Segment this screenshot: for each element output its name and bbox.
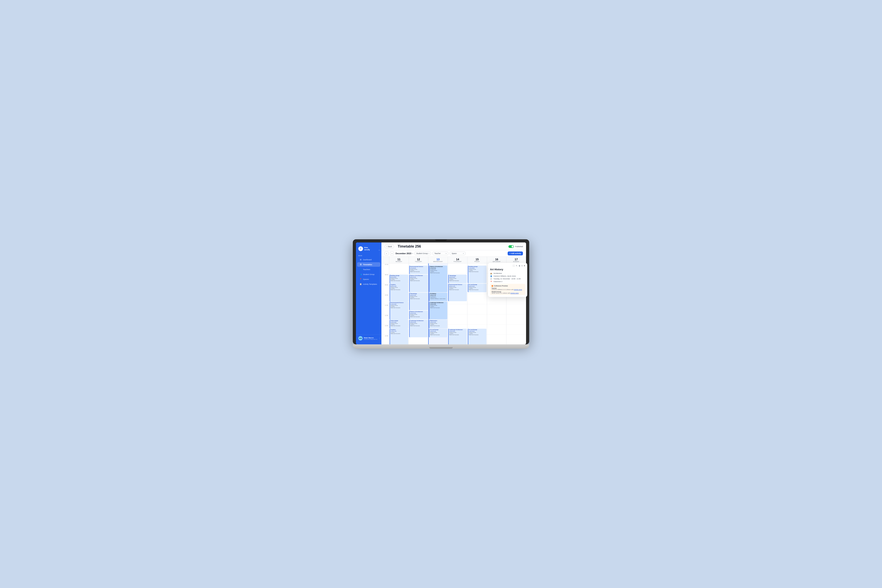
- date-selector[interactable]: December 2023 ▾: [396, 252, 413, 255]
- time-slot-700: 07:00: [381, 263, 389, 274]
- event-env-science-thu[interactable]: Environmental Science 09:00-11:00 Studen…: [448, 284, 467, 301]
- day-header-mon: 11 MONDAY: [389, 257, 409, 263]
- sidebar-item-student-group[interactable]: 👥 Student Group: [357, 272, 380, 276]
- day-header-thu: 14 THURSDAY: [448, 257, 468, 263]
- logo-icon: T: [358, 246, 363, 251]
- popup-edit-icon[interactable]: ✎: [516, 265, 518, 267]
- popup-toolbar: ⛶ ✎ 🗑 ⎘ ✕: [490, 265, 525, 267]
- user-info: Wade Warren wadewarren0@gmail.com: [364, 337, 377, 340]
- toolbar: ‹ › December 2023 ▾ Student Group ▾ Teac…: [381, 250, 526, 257]
- collision-group-link[interactable]: Activity name: [511, 292, 519, 294]
- time-column: 07:00 08:00 09:00 10:00 11:00 12:00 13:0…: [381, 263, 389, 344]
- back-button[interactable]: ‹ Back: [384, 245, 394, 248]
- day-header-sat: 16 SATURDAY: [487, 257, 507, 263]
- event-env-science-mon[interactable]: Environmental Science 11:00-13:00 Studen…: [390, 302, 408, 320]
- popup-location-field: 📍 Classroom 2: [490, 280, 525, 283]
- student-group-filter[interactable]: Student Group ▾: [414, 252, 431, 255]
- sidebar: T time.versify ← MAIN ⊞ Dashboard ☰ Time…: [356, 243, 381, 344]
- day-number-11: 11: [390, 258, 408, 261]
- event-building-design-mon[interactable]: Building design 08:00-09:00 Student Grou…: [390, 274, 408, 284]
- collision-teacher-link[interactable]: Activity name: [514, 289, 522, 290]
- popup-datetime: Tuesday, 12. December · 10:00 - 11:00: [494, 278, 520, 280]
- day-name-fri: FRIDAY: [468, 261, 486, 262]
- event-env-science-tue[interactable]: Environmental Science 07:00-08:00 Studen…: [409, 266, 428, 274]
- dashboard-icon: ⊞: [360, 258, 362, 261]
- collisions-header: 1 Collisions Preview: [492, 285, 524, 287]
- teacher-filter[interactable]: Teacher ▾: [433, 252, 448, 255]
- event-detail-popup: ⛶ ✎ 🗑 ⎘ ✕ Art History 🏫 Architecture: [488, 263, 526, 297]
- sidebar-item-timetables[interactable]: ☰ Timetables: [357, 262, 380, 267]
- event-urban-design-mon[interactable]: Urban design 13:00-15:00 Student GroupLo…: [390, 320, 408, 329]
- event-mathematics-wed[interactable]: Mathematics 13:00-14:00 Student GroupLoc…: [429, 320, 447, 328]
- sidebar-item-teachers-label: Teachers: [363, 268, 370, 270]
- student-group-filter-label: Student Group: [416, 252, 428, 254]
- event-climatology-thu[interactable]: Climatology 08:00-09:00 Student GroupLoc…: [448, 274, 467, 283]
- day-name-wed: WEDNESDAY: [429, 261, 447, 262]
- event-landscape-arch-tue[interactable]: Landscape Architecture 13:00-15:00 Stude…: [409, 320, 428, 338]
- title-row: ‹ Back Timetable 256: [384, 244, 421, 249]
- popup-copy-icon[interactable]: ⎘: [522, 265, 522, 267]
- day-column-thursday: Climatology 08:00-09:00 Student GroupLoc…: [448, 263, 468, 344]
- event-history-arch-tue[interactable]: History of Architecture 08:00-10:00 Stud…: [409, 274, 428, 292]
- sidebar-item-activity-templates-label: Activity Templates: [363, 283, 377, 285]
- event-building-design-fri[interactable]: Building design 07:00-09:00 Student Grou…: [468, 266, 486, 283]
- laptop-body: T time.versify ← MAIN ⊞ Dashboard ☰ Time…: [353, 239, 529, 344]
- logo-text: time.versify: [364, 247, 370, 251]
- sidebar-item-spaces[interactable]: 📍 Spaces: [357, 277, 380, 282]
- day-number-13: 13: [429, 258, 447, 261]
- popup-close-icon[interactable]: ✕: [524, 265, 525, 267]
- time-slot-800: 08:00: [381, 274, 389, 284]
- popup-subject-field: 🏫 Architecture: [490, 273, 525, 274]
- event-climatology-tue[interactable]: Climatology 10:00-12:00 Student GroupLoc…: [409, 292, 428, 310]
- collisions-preview-box: 1 Collisions Preview Teacher Cameron Wil…: [490, 284, 525, 295]
- screen: T time.versify ← MAIN ⊞ Dashboard ☰ Time…: [356, 243, 526, 344]
- user-name: Wade Warren: [364, 337, 377, 339]
- day-name-tue: TUESDAY: [410, 261, 427, 262]
- popup-filter-icon[interactable]: ⛶: [513, 265, 515, 267]
- calendar-header: 11 MONDAY 12 TUESDAY 13 WEDNESDAY 14: [381, 257, 526, 263]
- published-toggle[interactable]: [508, 245, 514, 248]
- calendar: 11 MONDAY 12 TUESDAY 13 WEDNESDAY 14: [381, 257, 526, 344]
- collision-teacher-text: Cameron Williams is in collision with Ac…: [492, 289, 524, 290]
- event-graphics-mon[interactable]: Graphics 09:00-11:00 Student GroupLocati…: [390, 284, 408, 302]
- user-menu-icon[interactable]: ⋮: [378, 338, 380, 339]
- event-art-design-fri-2[interactable]: Art and Design 14:00-16:00 Student Group…: [468, 329, 486, 344]
- sidebar-item-student-group-label: Student Group: [363, 273, 375, 275]
- event-graphics-mon-2[interactable]: Graphics 14:00-17:00 LocationName and Su…: [390, 329, 408, 344]
- event-history-arch-tue-2[interactable]: History of Architecture 12:00-13:00 Stud…: [409, 310, 428, 319]
- event-art-design-wed[interactable]: Art and Design 14:00-15:00 Student Group…: [429, 329, 447, 338]
- add-activity-button[interactable]: + Add activity: [508, 252, 523, 255]
- event-art-history-wed[interactable]: Art History 10:00-11:00 ArchitectureClas…: [429, 292, 447, 301]
- event-art-design-fri[interactable]: Art and Design 09:00-10:00 Student Group…: [468, 284, 486, 292]
- event-landscape-arch-thu[interactable]: Landscape Architecture 14:00-16:00 Stude…: [448, 329, 467, 344]
- day-column-wednesday: History of Architecture 07:00-10:00 Arch…: [428, 263, 448, 344]
- top-bar: ‹ Back Timetable 256 Published: [381, 243, 526, 250]
- popup-trash-icon[interactable]: 🗑: [519, 265, 520, 267]
- day-header-wed: 13 WEDNESDAY: [428, 257, 448, 263]
- collision-group-text-start: Jacob Jones is in collision with: [492, 292, 510, 294]
- grid-line: [389, 263, 409, 274]
- time-slot-1100: 11:00: [381, 304, 389, 314]
- day-header-fri: 15 FRIDAY: [468, 257, 487, 263]
- sidebar-item-teachers[interactable]: 👤 Teachers: [357, 267, 380, 272]
- day-number-17: 17: [507, 258, 525, 261]
- popup-teacher-field: 👤 Cameron Williams, Jacob Jones: [490, 275, 525, 277]
- space-filter-label: Space: [452, 252, 457, 254]
- popup-event-title: Art History: [490, 268, 525, 271]
- teacher-filter-label: Teacher: [434, 252, 441, 254]
- time-slot-900: 09:00: [381, 284, 389, 294]
- event-landscape-arch-wed[interactable]: Landscape Architecture 11:00-13:00 Stude…: [429, 302, 447, 319]
- sidebar-item-activity-templates[interactable]: 📋 Activity Templates: [357, 282, 380, 286]
- event-history-arch-wed[interactable]: History of Architecture 07:00-10:00 Arch…: [429, 266, 447, 292]
- next-week-button[interactable]: ›: [390, 252, 394, 255]
- user-avatar: WW: [358, 336, 363, 340]
- sidebar-back-icon[interactable]: ←: [378, 249, 381, 252]
- popup-datetime-field: 🗓 Tuesday, 12. December · 10:00 - 11:00: [490, 278, 525, 280]
- day-column-monday: Building design 08:00-09:00 Student Grou…: [389, 263, 409, 344]
- prev-week-button[interactable]: ‹: [384, 252, 388, 255]
- collisions-title: Collisions Preview: [494, 285, 508, 287]
- laptop-wrapper: T time.versify ← MAIN ⊞ Dashboard ☰ Time…: [353, 239, 529, 349]
- sidebar-item-dashboard[interactable]: ⊞ Dashboard: [357, 257, 380, 262]
- space-filter[interactable]: Space ▾: [450, 252, 465, 255]
- time-col-header: [381, 257, 389, 263]
